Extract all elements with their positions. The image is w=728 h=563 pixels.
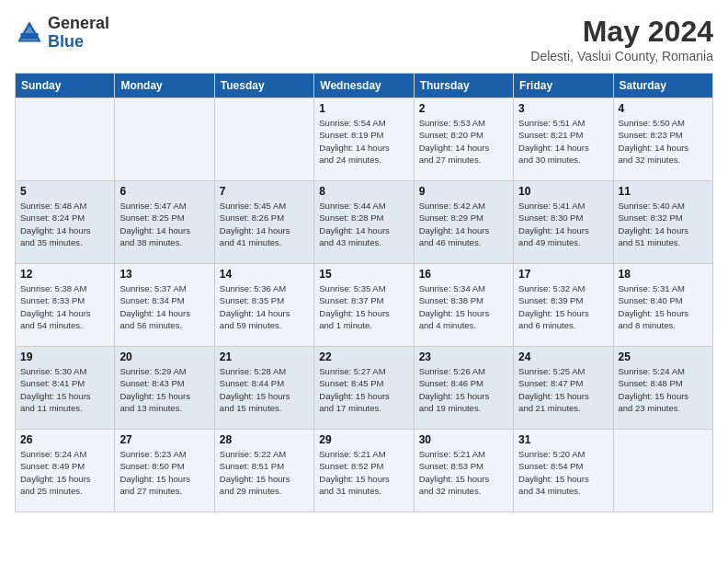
day-info: Sunrise: 5:48 AM Sunset: 8:24 PM Dayligh…	[20, 200, 109, 248]
calendar-table: SundayMondayTuesdayWednesdayThursdayFrid…	[15, 73, 713, 512]
title-block: May 2024 Delesti, Vaslui County, Romania	[530, 15, 713, 63]
day-info: Sunrise: 5:25 AM Sunset: 8:47 PM Dayligh…	[518, 365, 608, 414]
day-number: 21	[220, 350, 309, 363]
day-number: 29	[319, 433, 408, 446]
calendar-day-cell: 10Sunrise: 5:41 AM Sunset: 8:30 PM Dayli…	[514, 181, 613, 264]
calendar-day-cell: 15Sunrise: 5:35 AM Sunset: 8:37 PM Dayli…	[314, 264, 414, 347]
day-info: Sunrise: 5:24 AM Sunset: 8:48 PM Dayligh…	[619, 365, 708, 414]
calendar-day-cell: 8Sunrise: 5:44 AM Sunset: 8:28 PM Daylig…	[314, 181, 414, 264]
calendar-day-cell: 30Sunrise: 5:21 AM Sunset: 8:53 PM Dayli…	[414, 430, 513, 512]
calendar-day-cell: 3Sunrise: 5:51 AM Sunset: 8:21 PM Daylig…	[514, 98, 613, 181]
weekday-header-cell: Thursday	[414, 74, 513, 98]
day-number: 28	[220, 433, 309, 446]
day-number: 17	[518, 268, 608, 281]
day-number: 4	[619, 102, 708, 115]
calendar-week-row: 1Sunrise: 5:54 AM Sunset: 8:19 PM Daylig…	[16, 98, 713, 181]
day-info: Sunrise: 5:36 AM Sunset: 8:35 PM Dayligh…	[220, 282, 309, 331]
calendar-day-cell: 22Sunrise: 5:27 AM Sunset: 8:45 PM Dayli…	[314, 347, 414, 430]
day-info: Sunrise: 5:40 AM Sunset: 8:32 PM Dayligh…	[619, 200, 708, 248]
day-info: Sunrise: 5:38 AM Sunset: 8:33 PM Dayligh…	[20, 282, 109, 331]
day-number: 5	[20, 185, 109, 198]
calendar-day-cell: 2Sunrise: 5:53 AM Sunset: 8:20 PM Daylig…	[414, 98, 513, 181]
day-number: 20	[119, 350, 209, 363]
day-number: 16	[419, 268, 508, 281]
calendar-week-row: 26Sunrise: 5:24 AM Sunset: 8:49 PM Dayli…	[16, 430, 713, 512]
day-number: 18	[619, 268, 708, 281]
day-number: 27	[119, 433, 209, 446]
day-number: 7	[220, 185, 309, 198]
calendar-day-cell: 6Sunrise: 5:47 AM Sunset: 8:25 PM Daylig…	[115, 181, 214, 264]
calendar-week-row: 5Sunrise: 5:48 AM Sunset: 8:24 PM Daylig…	[16, 181, 713, 264]
logo-icon	[15, 18, 44, 48]
day-info: Sunrise: 5:24 AM Sunset: 8:49 PM Dayligh…	[20, 448, 109, 497]
calendar-day-cell: 13Sunrise: 5:37 AM Sunset: 8:34 PM Dayli…	[115, 264, 214, 347]
day-number: 23	[419, 350, 508, 363]
day-info: Sunrise: 5:44 AM Sunset: 8:28 PM Dayligh…	[319, 200, 408, 248]
day-info: Sunrise: 5:30 AM Sunset: 8:41 PM Dayligh…	[20, 365, 109, 414]
calendar-day-cell: 12Sunrise: 5:38 AM Sunset: 8:33 PM Dayli…	[16, 264, 115, 347]
day-info: Sunrise: 5:50 AM Sunset: 8:23 PM Dayligh…	[619, 117, 708, 166]
calendar-day-cell: 5Sunrise: 5:48 AM Sunset: 8:24 PM Daylig…	[16, 181, 115, 264]
calendar-day-cell	[115, 98, 214, 181]
day-info: Sunrise: 5:29 AM Sunset: 8:43 PM Dayligh…	[119, 365, 209, 414]
calendar-body: 1Sunrise: 5:54 AM Sunset: 8:19 PM Daylig…	[16, 98, 713, 512]
calendar-day-cell: 14Sunrise: 5:36 AM Sunset: 8:35 PM Dayli…	[214, 264, 313, 347]
weekday-header-cell: Wednesday	[314, 74, 414, 98]
logo-blue-text: Blue	[48, 33, 109, 52]
day-number: 10	[518, 185, 608, 198]
day-info: Sunrise: 5:54 AM Sunset: 8:19 PM Dayligh…	[319, 117, 408, 166]
calendar-day-cell: 18Sunrise: 5:31 AM Sunset: 8:40 PM Dayli…	[613, 264, 712, 347]
day-info: Sunrise: 5:22 AM Sunset: 8:51 PM Dayligh…	[220, 448, 309, 497]
calendar-week-row: 19Sunrise: 5:30 AM Sunset: 8:41 PM Dayli…	[16, 347, 713, 430]
calendar-day-cell	[214, 98, 313, 181]
location-subtitle: Delesti, Vaslui County, Romania	[530, 49, 713, 63]
day-number: 25	[619, 350, 708, 363]
day-info: Sunrise: 5:41 AM Sunset: 8:30 PM Dayligh…	[518, 200, 608, 248]
weekday-header-row: SundayMondayTuesdayWednesdayThursdayFrid…	[16, 74, 713, 98]
calendar-day-cell: 17Sunrise: 5:32 AM Sunset: 8:39 PM Dayli…	[514, 264, 613, 347]
day-number: 24	[518, 350, 608, 363]
calendar-day-cell: 27Sunrise: 5:23 AM Sunset: 8:50 PM Dayli…	[115, 430, 214, 512]
weekday-header-cell: Tuesday	[214, 74, 313, 98]
day-info: Sunrise: 5:23 AM Sunset: 8:50 PM Dayligh…	[119, 448, 209, 497]
logo: General Blue	[15, 15, 109, 52]
calendar-day-cell	[16, 98, 115, 181]
day-number: 12	[20, 268, 109, 281]
svg-rect-2	[20, 33, 38, 39]
calendar-day-cell: 26Sunrise: 5:24 AM Sunset: 8:49 PM Dayli…	[16, 430, 115, 512]
calendar-day-cell: 28Sunrise: 5:22 AM Sunset: 8:51 PM Dayli…	[214, 430, 313, 512]
month-title: May 2024	[530, 15, 713, 49]
day-info: Sunrise: 5:51 AM Sunset: 8:21 PM Dayligh…	[518, 117, 608, 166]
logo-general-text: General	[48, 15, 109, 33]
weekday-header-cell: Sunday	[16, 74, 115, 98]
day-number: 2	[419, 102, 508, 115]
page-header: General Blue May 2024 Delesti, Vaslui Co…	[15, 15, 713, 63]
day-number: 1	[319, 102, 408, 115]
day-info: Sunrise: 5:42 AM Sunset: 8:29 PM Dayligh…	[419, 200, 508, 248]
day-info: Sunrise: 5:26 AM Sunset: 8:46 PM Dayligh…	[419, 365, 508, 414]
day-number: 8	[319, 185, 408, 198]
day-info: Sunrise: 5:45 AM Sunset: 8:26 PM Dayligh…	[220, 200, 309, 248]
weekday-header-cell: Saturday	[613, 74, 712, 98]
calendar-day-cell: 21Sunrise: 5:28 AM Sunset: 8:44 PM Dayli…	[214, 347, 313, 430]
day-info: Sunrise: 5:37 AM Sunset: 8:34 PM Dayligh…	[119, 282, 209, 331]
calendar-day-cell: 25Sunrise: 5:24 AM Sunset: 8:48 PM Dayli…	[613, 347, 712, 430]
day-number: 15	[319, 268, 408, 281]
day-info: Sunrise: 5:28 AM Sunset: 8:44 PM Dayligh…	[220, 365, 309, 414]
calendar-day-cell: 7Sunrise: 5:45 AM Sunset: 8:26 PM Daylig…	[214, 181, 313, 264]
day-info: Sunrise: 5:47 AM Sunset: 8:25 PM Dayligh…	[119, 200, 209, 248]
day-info: Sunrise: 5:53 AM Sunset: 8:20 PM Dayligh…	[419, 117, 508, 166]
day-number: 19	[20, 350, 109, 363]
calendar-day-cell	[613, 430, 712, 512]
weekday-header-cell: Monday	[115, 74, 214, 98]
day-number: 6	[119, 185, 209, 198]
logo-text: General Blue	[48, 15, 109, 52]
day-number: 9	[419, 185, 508, 198]
day-info: Sunrise: 5:31 AM Sunset: 8:40 PM Dayligh…	[619, 282, 708, 331]
day-info: Sunrise: 5:35 AM Sunset: 8:37 PM Dayligh…	[319, 282, 408, 331]
calendar-day-cell: 29Sunrise: 5:21 AM Sunset: 8:52 PM Dayli…	[314, 430, 414, 512]
calendar-day-cell: 16Sunrise: 5:34 AM Sunset: 8:38 PM Dayli…	[414, 264, 513, 347]
calendar-day-cell: 11Sunrise: 5:40 AM Sunset: 8:32 PM Dayli…	[613, 181, 712, 264]
calendar-day-cell: 31Sunrise: 5:20 AM Sunset: 8:54 PM Dayli…	[514, 430, 613, 512]
calendar-day-cell: 9Sunrise: 5:42 AM Sunset: 8:29 PM Daylig…	[414, 181, 513, 264]
